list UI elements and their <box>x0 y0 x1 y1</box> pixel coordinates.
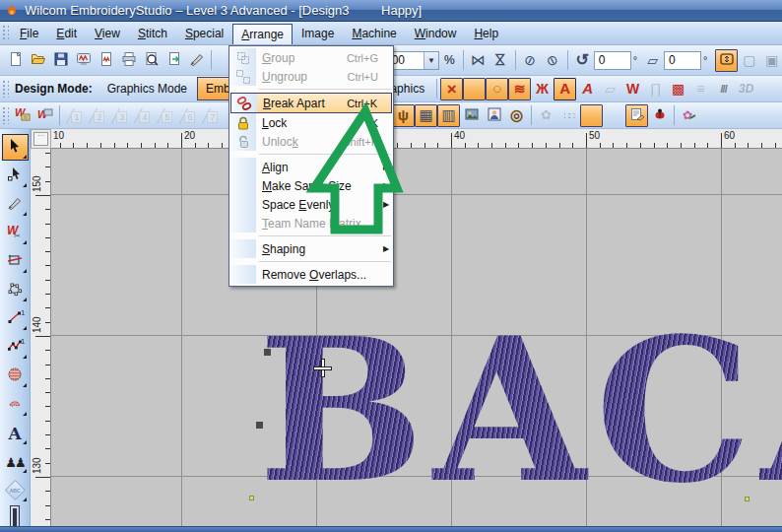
menu-stitch[interactable]: Stitch <box>129 24 176 44</box>
needle-6-button[interactable]: ╱6 <box>176 104 199 127</box>
needle-5-button[interactable]: ╱5 <box>154 104 176 127</box>
design-colors-button[interactable] <box>580 104 603 127</box>
needle-1-button[interactable]: ╱1 <box>63 104 86 127</box>
menu-help[interactable]: Help <box>465 24 507 44</box>
rotate-button[interactable]: ↺ <box>571 49 594 72</box>
needle-3-button[interactable]: ╱3 <box>108 104 131 127</box>
graticule-button[interactable]: ▥ <box>437 104 460 127</box>
print-preview-button[interactable] <box>140 49 163 72</box>
tatami-stitch-button[interactable] <box>463 78 486 100</box>
flower-pot-button[interactable]: ✿ <box>535 104 557 127</box>
graphics-mode-button[interactable]: Graphics Mode <box>99 78 195 100</box>
selection-handle[interactable] <box>256 422 263 429</box>
auto-applique-button[interactable]: A <box>576 78 599 100</box>
menu-arrange[interactable]: Arrange <box>232 24 293 44</box>
design-properties-button[interactable] <box>625 104 648 127</box>
motif-fill-button[interactable]: ◌ <box>486 78 508 100</box>
applique-button[interactable]: A <box>554 78 576 100</box>
background-image-button[interactable] <box>460 104 483 127</box>
knife-tool-button[interactable] <box>2 191 29 218</box>
toolbar-grip[interactable] <box>2 25 9 40</box>
print-button[interactable] <box>117 49 140 72</box>
hoop-button[interactable] <box>715 49 738 72</box>
mirror-horizontal-button[interactable]: ⋈ <box>467 49 489 72</box>
knife-button[interactable] <box>185 49 208 72</box>
hoop-layout-button[interactable]: ▢ <box>738 49 760 72</box>
rotate-ccw-45-button[interactable]: ⊘ <box>519 49 542 72</box>
new-document-button[interactable] <box>4 49 27 72</box>
menu-view[interactable]: View <box>86 24 129 44</box>
menu-edit[interactable]: Edit <box>47 24 86 44</box>
print-flower-button[interactable]: ✿ <box>678 104 700 127</box>
open-design-button[interactable] <box>27 49 49 72</box>
satin-stitch-button[interactable]: × <box>440 78 463 100</box>
three-d-label: 3D <box>739 82 753 96</box>
menu-file[interactable]: File <box>11 24 47 44</box>
menu-item-ungroup[interactable]: Ungroup Ctrl+U <box>230 67 392 86</box>
triple-run-button[interactable]: 1 <box>2 334 29 361</box>
team-names-button[interactable]: ♟♟ <box>2 448 29 475</box>
vertical-ruler[interactable]: 150140130 <box>31 149 51 526</box>
export-design-button[interactable] <box>163 49 185 72</box>
square-wave-button[interactable]: ∏ <box>644 78 667 100</box>
dot-grid-button[interactable]: ∷∷ <box>557 104 580 127</box>
print-to-machine-button[interactable] <box>95 49 117 72</box>
menu-item-group[interactable]: Group Ctrl+G <box>230 48 392 67</box>
needle-2-button[interactable]: ╱2 <box>86 104 108 127</box>
ruler-tick <box>451 133 452 148</box>
toolbar-grip[interactable] <box>2 106 9 124</box>
save-design-button[interactable] <box>49 49 72 72</box>
radial-fill-button[interactable]: Ж <box>531 78 554 100</box>
ruler-tick <box>654 143 655 148</box>
hatch-fill-button[interactable]: /// <box>712 78 735 100</box>
satin-circle-button[interactable] <box>2 363 29 389</box>
rotate-angle-field[interactable]: 0 <box>594 51 631 70</box>
ladybug-button[interactable] <box>648 104 671 127</box>
embroidery-lettering[interactable]: BACA <box>258 312 782 509</box>
write-to-machine-button[interactable] <box>72 49 95 72</box>
rotate-cw-45-button[interactable]: ⊘ <box>542 49 564 72</box>
menu-machine[interactable]: Machine <box>343 24 405 44</box>
no-icon <box>230 158 256 176</box>
three-d-label-button[interactable]: 3D <box>735 78 757 100</box>
svg-text:✿: ✿ <box>683 108 692 122</box>
menu-image[interactable]: Image <box>293 24 343 44</box>
needle-4-button[interactable]: ╱4 <box>131 104 154 127</box>
monogramming-button[interactable]: ABC <box>2 477 29 503</box>
true-view-button[interactable] <box>483 104 505 127</box>
title-bar[interactable]: Wilcom EmbroideryStudio – Level 3 Advanc… <box>0 0 782 22</box>
chevron-down-icon[interactable]: ▼ <box>424 52 438 69</box>
skew-icon[interactable]: ▱ <box>641 49 664 72</box>
thread-colors-button[interactable] <box>603 104 625 127</box>
hoop-template-button[interactable]: ▣ <box>760 49 782 72</box>
skew-angle-field[interactable]: 0 <box>664 51 701 70</box>
fancy-fill-button[interactable]: ≋ <box>508 78 531 100</box>
zigzag-stitch-button[interactable]: W <box>621 78 644 100</box>
run-stitch-button[interactable]: 1 <box>2 305 29 332</box>
needle-7-button[interactable]: ╱7 <box>199 104 222 127</box>
reshape-tool-button[interactable] <box>2 163 29 189</box>
flyout-indicator <box>23 269 27 273</box>
lettering-list-button[interactable]: W <box>11 104 33 127</box>
show-hoop-button[interactable]: ◎ <box>505 104 528 127</box>
cross-stitch-button[interactable]: ▩ <box>667 78 689 100</box>
lettering-tool-button[interactable]: A <box>2 420 29 446</box>
lettering-edit-button[interactable]: W✂ <box>2 220 29 246</box>
menu-special[interactable]: Special <box>176 24 232 44</box>
ruler-options-button[interactable]: ⋯ <box>33 132 48 146</box>
stipple-fill-button[interactable]: ≡ <box>689 78 712 100</box>
menu-item-remove-overlaps[interactable]: Remove Overlaps... <box>230 265 392 284</box>
polygon-select-button[interactable] <box>2 277 29 303</box>
select-tool-button[interactable] <box>2 134 29 161</box>
menu-window[interactable]: Window <box>406 24 466 44</box>
ring-fill-button[interactable] <box>2 391 29 418</box>
tool-palette: W✂11A♟♟ABC <box>0 129 31 532</box>
ruler-tick <box>600 143 601 148</box>
lettering-list-icon: W <box>15 106 31 125</box>
trapunto-button[interactable]: ▱ <box>599 78 621 100</box>
selection-handle[interactable] <box>264 349 271 356</box>
remove-overlap-tool-button[interactable] <box>2 248 29 275</box>
toolbar-grip[interactable] <box>2 80 9 98</box>
mirror-vertical-button[interactable]: ⋈ <box>489 49 512 72</box>
lettering-machine-button[interactable]: W <box>33 104 56 127</box>
